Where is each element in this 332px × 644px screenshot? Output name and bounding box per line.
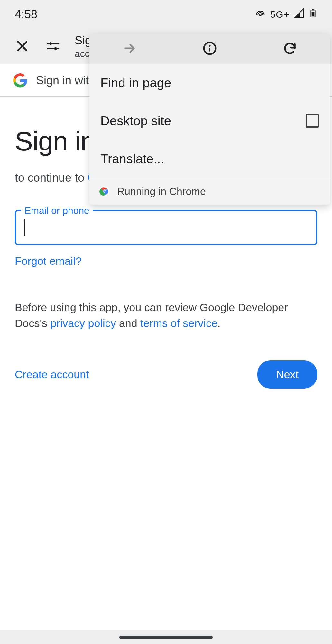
google-g-icon xyxy=(13,73,28,88)
nav-pill[interactable] xyxy=(119,636,213,639)
terms-of-service-link[interactable]: terms of service xyxy=(140,317,217,329)
forgot-email-link[interactable]: Forgot email? xyxy=(15,255,82,267)
gesture-nav-bar xyxy=(0,630,332,644)
svg-rect-2 xyxy=(312,12,315,16)
menu-item-desktop-site[interactable]: Desktop site xyxy=(89,102,330,140)
create-account-link[interactable]: Create account xyxy=(15,368,89,381)
menu-item-label: Find in page xyxy=(100,76,171,90)
refresh-button[interactable] xyxy=(281,39,299,59)
svg-rect-7 xyxy=(209,48,210,52)
android-status-bar: 4:58 5G+ xyxy=(0,0,332,29)
action-row: Create account Next xyxy=(15,360,317,389)
continue-pre: to continue to xyxy=(15,171,88,184)
close-button[interactable] xyxy=(13,37,32,56)
hotspot-icon xyxy=(255,8,265,21)
svg-point-6 xyxy=(209,45,210,46)
email-floating-label: Email or phone xyxy=(21,205,93,216)
svg-point-3 xyxy=(49,42,52,45)
text-caret xyxy=(24,219,25,236)
menu-item-label: Desktop site xyxy=(100,114,171,128)
legal-mid: and xyxy=(116,317,140,329)
battery-icon xyxy=(309,7,317,22)
status-time: 4:58 xyxy=(15,8,37,21)
privacy-policy-link[interactable]: privacy policy xyxy=(50,317,116,329)
menu-item-label: Translate... xyxy=(100,152,164,166)
menu-item-translate[interactable]: Translate... xyxy=(89,140,330,178)
chrome-icon xyxy=(99,186,110,197)
menu-item-find-in-page[interactable]: Find in page xyxy=(89,64,330,102)
status-right-cluster: 5G+ xyxy=(255,7,317,22)
desktop-site-checkbox[interactable] xyxy=(306,114,319,128)
next-button[interactable]: Next xyxy=(257,360,317,389)
info-button[interactable] xyxy=(200,39,219,59)
menu-footer-label: Running in Chrome xyxy=(117,186,206,197)
menu-footer: Running in Chrome xyxy=(89,178,330,205)
tune-icon[interactable] xyxy=(44,37,62,56)
svg-rect-1 xyxy=(312,9,314,10)
legal-text: Before using this app, you can review Go… xyxy=(15,300,317,332)
network-type: 5G+ xyxy=(270,9,290,20)
menu-icon-row xyxy=(89,34,330,64)
svg-point-4 xyxy=(54,47,57,50)
overflow-menu: Find in page Desktop site Translate... R… xyxy=(89,34,330,205)
forward-button[interactable] xyxy=(120,39,139,59)
legal-end: . xyxy=(217,317,220,329)
signal-icon xyxy=(294,8,304,21)
svg-point-11 xyxy=(104,190,106,192)
email-field-wrap: Email or phone xyxy=(15,210,317,245)
